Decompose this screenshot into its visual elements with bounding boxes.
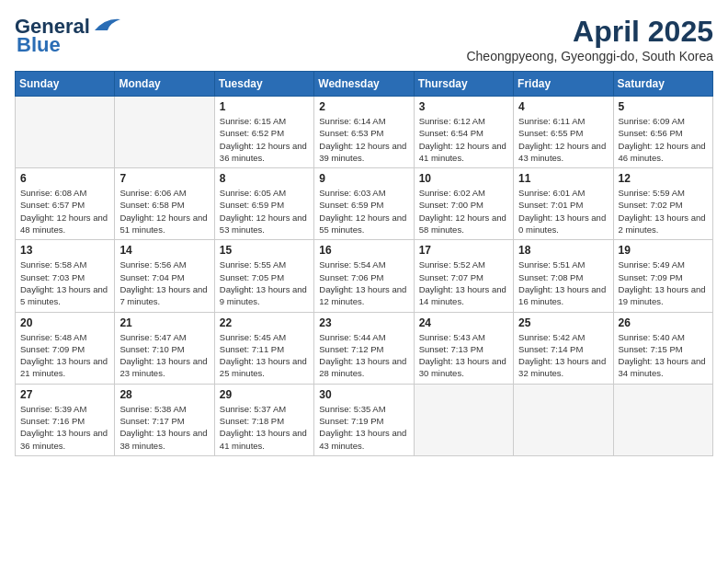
location-title: Cheongpyeong, Gyeonggi-do, South Korea <box>466 49 713 63</box>
day-number: 27 <box>20 388 109 401</box>
calendar-cell: 5Sunrise: 6:09 AMSunset: 6:56 PMDaylight… <box>613 97 712 168</box>
calendar-cell: 29Sunrise: 5:37 AMSunset: 7:18 PMDayligh… <box>214 384 313 455</box>
calendar-cell: 26Sunrise: 5:40 AMSunset: 7:15 PMDayligh… <box>613 312 712 384</box>
calendar-cell: 9Sunrise: 6:03 AMSunset: 6:59 PMDaylight… <box>314 168 414 240</box>
day-number: 13 <box>20 244 109 257</box>
header-thursday: Thursday <box>414 72 513 97</box>
day-number: 5 <box>619 100 708 113</box>
header-sunday: Sunday <box>16 72 115 97</box>
day-info: Sunrise: 5:56 AMSunset: 7:04 PMDaylight:… <box>119 259 209 307</box>
header-monday: Monday <box>115 72 214 97</box>
header-tuesday: Tuesday <box>214 72 313 97</box>
day-info: Sunrise: 6:15 AMSunset: 6:52 PMDaylight:… <box>220 115 309 164</box>
calendar-cell: 1Sunrise: 6:15 AMSunset: 6:52 PMDaylight… <box>214 97 313 168</box>
header-friday: Friday <box>514 72 613 97</box>
calendar-cell: 6Sunrise: 6:08 AMSunset: 6:57 PMDaylight… <box>16 168 115 240</box>
calendar-cell: 23Sunrise: 5:44 AMSunset: 7:12 PMDayligh… <box>314 312 414 384</box>
calendar-cell: 30Sunrise: 5:35 AMSunset: 7:19 PMDayligh… <box>314 384 414 455</box>
day-info: Sunrise: 5:38 AMSunset: 7:17 PMDaylight:… <box>119 403 209 452</box>
calendar-cell: 14Sunrise: 5:56 AMSunset: 7:04 PMDayligh… <box>115 240 214 312</box>
day-number: 28 <box>119 388 209 401</box>
calendar-week-3: 13Sunrise: 5:58 AMSunset: 7:03 PMDayligh… <box>16 240 713 312</box>
day-info: Sunrise: 6:08 AMSunset: 6:57 PMDaylight:… <box>20 187 109 236</box>
day-number: 29 <box>220 388 309 401</box>
day-number: 17 <box>419 244 508 257</box>
day-number: 21 <box>119 316 209 329</box>
day-number: 18 <box>518 244 608 257</box>
day-info: Sunrise: 5:39 AMSunset: 7:16 PMDaylight:… <box>20 403 109 452</box>
calendar-cell: 28Sunrise: 5:38 AMSunset: 7:17 PMDayligh… <box>115 384 214 455</box>
calendar-header-row: SundayMondayTuesdayWednesdayThursdayFrid… <box>16 72 713 97</box>
day-info: Sunrise: 6:12 AMSunset: 6:54 PMDaylight:… <box>419 115 508 164</box>
calendar-cell: 4Sunrise: 6:11 AMSunset: 6:55 PMDaylight… <box>514 97 613 168</box>
day-info: Sunrise: 6:02 AMSunset: 7:00 PMDaylight:… <box>419 187 508 236</box>
day-number: 14 <box>119 244 209 257</box>
calendar-cell: 20Sunrise: 5:48 AMSunset: 7:09 PMDayligh… <box>16 312 115 384</box>
day-info: Sunrise: 6:11 AMSunset: 6:55 PMDaylight:… <box>518 115 608 164</box>
day-info: Sunrise: 5:51 AMSunset: 7:08 PMDaylight:… <box>518 259 608 307</box>
day-info: Sunrise: 5:58 AMSunset: 7:03 PMDaylight:… <box>20 259 109 307</box>
calendar-week-1: 1Sunrise: 6:15 AMSunset: 6:52 PMDaylight… <box>16 97 713 168</box>
calendar-cell: 22Sunrise: 5:45 AMSunset: 7:11 PMDayligh… <box>214 312 313 384</box>
calendar-cell: 7Sunrise: 6:06 AMSunset: 6:58 PMDaylight… <box>115 168 214 240</box>
day-number: 15 <box>220 244 309 257</box>
day-number: 2 <box>319 100 408 113</box>
header-wednesday: Wednesday <box>314 72 414 97</box>
day-number: 6 <box>20 172 109 185</box>
day-info: Sunrise: 6:05 AMSunset: 6:59 PMDaylight:… <box>220 187 309 236</box>
calendar-week-5: 27Sunrise: 5:39 AMSunset: 7:16 PMDayligh… <box>16 384 713 455</box>
calendar-cell: 25Sunrise: 5:42 AMSunset: 7:14 PMDayligh… <box>514 312 613 384</box>
day-info: Sunrise: 6:03 AMSunset: 6:59 PMDaylight:… <box>319 187 408 236</box>
calendar-cell: 8Sunrise: 6:05 AMSunset: 6:59 PMDaylight… <box>214 168 313 240</box>
calendar-week-4: 20Sunrise: 5:48 AMSunset: 7:09 PMDayligh… <box>16 312 713 384</box>
calendar-week-2: 6Sunrise: 6:08 AMSunset: 6:57 PMDaylight… <box>16 168 713 240</box>
day-number: 10 <box>419 172 508 185</box>
day-info: Sunrise: 5:40 AMSunset: 7:15 PMDaylight:… <box>619 331 708 380</box>
day-info: Sunrise: 6:01 AMSunset: 7:01 PMDaylight:… <box>518 187 608 236</box>
title-block: April 2025 Cheongpyeong, Gyeonggi-do, So… <box>466 15 713 63</box>
calendar-cell: 11Sunrise: 6:01 AMSunset: 7:01 PMDayligh… <box>514 168 613 240</box>
day-number: 20 <box>20 316 109 329</box>
day-info: Sunrise: 5:52 AMSunset: 7:07 PMDaylight:… <box>419 259 508 307</box>
calendar-cell <box>514 384 613 455</box>
day-number: 19 <box>619 244 708 257</box>
calendar-cell <box>414 384 513 455</box>
day-info: Sunrise: 5:47 AMSunset: 7:10 PMDaylight:… <box>119 331 209 380</box>
day-number: 30 <box>319 388 408 401</box>
day-number: 25 <box>518 316 608 329</box>
day-number: 1 <box>220 100 309 113</box>
day-number: 7 <box>119 172 209 185</box>
day-number: 12 <box>619 172 708 185</box>
logo-wing-icon <box>91 16 120 34</box>
logo-blue: Blue <box>17 33 61 57</box>
calendar-table: SundayMondayTuesdayWednesdayThursdayFrid… <box>15 71 713 456</box>
day-number: 3 <box>419 100 508 113</box>
header-saturday: Saturday <box>613 72 712 97</box>
day-info: Sunrise: 5:43 AMSunset: 7:13 PMDaylight:… <box>419 331 508 380</box>
day-number: 16 <box>319 244 408 257</box>
calendar-cell: 21Sunrise: 5:47 AMSunset: 7:10 PMDayligh… <box>115 312 214 384</box>
calendar-cell: 10Sunrise: 6:02 AMSunset: 7:00 PMDayligh… <box>414 168 513 240</box>
day-info: Sunrise: 5:49 AMSunset: 7:09 PMDaylight:… <box>619 259 708 307</box>
day-info: Sunrise: 6:09 AMSunset: 6:56 PMDaylight:… <box>619 115 708 164</box>
day-info: Sunrise: 5:42 AMSunset: 7:14 PMDaylight:… <box>518 331 608 380</box>
day-info: Sunrise: 5:48 AMSunset: 7:09 PMDaylight:… <box>20 331 109 380</box>
day-number: 22 <box>220 316 309 329</box>
day-info: Sunrise: 5:44 AMSunset: 7:12 PMDaylight:… <box>319 331 408 380</box>
page-header: General Blue April 2025 Cheongpyeong, Gy… <box>15 15 713 63</box>
calendar-cell: 24Sunrise: 5:43 AMSunset: 7:13 PMDayligh… <box>414 312 513 384</box>
calendar-cell: 27Sunrise: 5:39 AMSunset: 7:16 PMDayligh… <box>16 384 115 455</box>
month-title: April 2025 <box>466 15 713 49</box>
logo: General Blue <box>15 15 120 57</box>
calendar-cell: 18Sunrise: 5:51 AMSunset: 7:08 PMDayligh… <box>514 240 613 312</box>
day-info: Sunrise: 5:54 AMSunset: 7:06 PMDaylight:… <box>319 259 408 307</box>
calendar-cell <box>613 384 712 455</box>
calendar-cell: 13Sunrise: 5:58 AMSunset: 7:03 PMDayligh… <box>16 240 115 312</box>
day-number: 4 <box>518 100 608 113</box>
day-info: Sunrise: 5:37 AMSunset: 7:18 PMDaylight:… <box>220 403 309 452</box>
day-info: Sunrise: 6:06 AMSunset: 6:58 PMDaylight:… <box>119 187 209 236</box>
day-info: Sunrise: 5:35 AMSunset: 7:19 PMDaylight:… <box>319 403 408 452</box>
day-number: 11 <box>518 172 608 185</box>
calendar-cell <box>115 97 214 168</box>
calendar-cell: 12Sunrise: 5:59 AMSunset: 7:02 PMDayligh… <box>613 168 712 240</box>
